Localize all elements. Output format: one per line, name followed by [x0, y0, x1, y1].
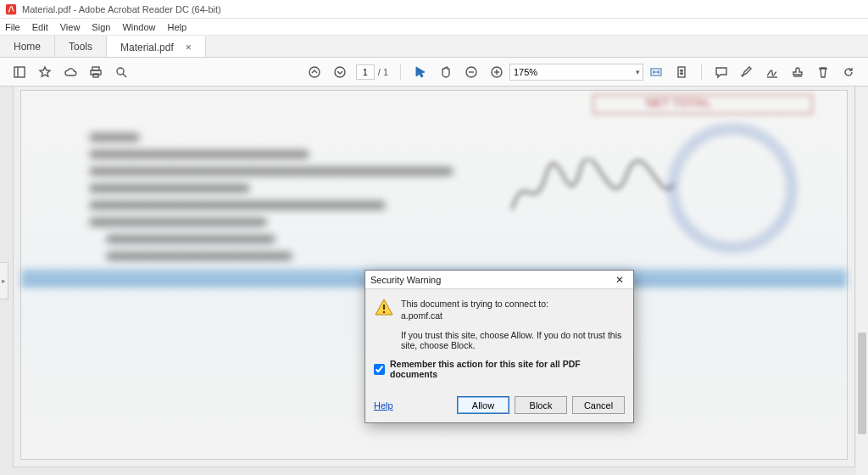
fit-page-button[interactable]	[672, 63, 691, 81]
rotate-button[interactable]	[839, 63, 858, 81]
dialog-trust-text: If you trust this site, choose Allow. If…	[401, 330, 625, 350]
delete-button[interactable]	[814, 63, 832, 81]
hand-tool-button[interactable]	[437, 63, 455, 81]
sidebar-expand-handle[interactable]: ▸	[0, 262, 8, 299]
dialog-title: Security Warning	[370, 275, 611, 285]
svg-point-6	[117, 68, 124, 75]
menu-view[interactable]: View	[60, 22, 81, 32]
svg-rect-1	[14, 67, 25, 77]
menu-bar: File Edit View Sign Window Help	[0, 19, 868, 36]
stamp-button[interactable]	[788, 63, 807, 81]
menu-sign[interactable]: Sign	[92, 22, 110, 32]
tab-home-label: Home	[14, 41, 41, 53]
tab-document[interactable]: Material.pdf ×	[107, 36, 206, 57]
page-number-input[interactable]	[356, 64, 375, 80]
doc-signature	[508, 159, 677, 226]
selection-tool-button[interactable]	[411, 63, 430, 81]
svg-rect-5	[93, 74, 98, 77]
svg-rect-0	[6, 3, 16, 14]
dialog-close-button[interactable]: ✕	[611, 274, 628, 286]
page-count: / 1	[378, 67, 388, 77]
page-up-button[interactable]	[305, 63, 324, 81]
search-button[interactable]	[112, 63, 131, 81]
tab-home[interactable]: Home	[0, 36, 55, 57]
allow-button[interactable]: Allow	[457, 396, 509, 414]
svg-rect-20	[383, 311, 385, 313]
scrollbar-thumb[interactable]	[858, 332, 866, 434]
menu-help[interactable]: Help	[168, 22, 187, 32]
window-title: Material.pdf - Adobe Acrobat Reader DC (…	[22, 4, 221, 14]
help-link[interactable]: Help	[374, 400, 393, 411]
svg-point-9	[335, 67, 345, 77]
warning-icon	[374, 298, 394, 318]
sign-button[interactable]	[763, 63, 782, 81]
svg-line-7	[123, 74, 126, 77]
cloud-button[interactable]	[61, 63, 80, 81]
zoom-in-button[interactable]	[487, 63, 506, 81]
remember-label: Remember this action for this site for a…	[390, 359, 625, 379]
menu-edit[interactable]: Edit	[32, 22, 48, 32]
highlight-button[interactable]	[737, 63, 756, 81]
block-button[interactable]: Block	[515, 396, 567, 414]
tab-bar: Home Tools Material.pdf ×	[0, 36, 868, 58]
acrobat-logo-icon	[5, 3, 17, 15]
page-down-button[interactable]	[331, 63, 349, 81]
menu-file[interactable]: File	[5, 22, 20, 32]
svg-rect-19	[383, 305, 385, 310]
fit-width-button[interactable]	[647, 63, 665, 81]
print-button[interactable]	[86, 63, 105, 81]
toolbar-divider	[400, 64, 401, 81]
zoom-select[interactable]	[509, 64, 643, 81]
zoom-out-button[interactable]	[462, 63, 481, 81]
vertical-scrollbar[interactable]	[856, 87, 868, 475]
remember-checkbox[interactable]	[374, 364, 385, 375]
tab-tools-label: Tools	[69, 41, 92, 53]
doc-total-box	[593, 94, 813, 115]
window-titlebar: Material.pdf - Adobe Acrobat Reader DC (…	[0, 0, 868, 19]
menu-window[interactable]: Window	[122, 22, 155, 32]
dialog-message: This document is trying to connect to:	[401, 299, 548, 309]
tab-tools[interactable]: Tools	[55, 36, 107, 57]
document-viewport: ▸ NET TOTAL Security Warnin	[0, 87, 868, 475]
security-warning-dialog: Security Warning ✕ This document is tryi…	[364, 270, 634, 423]
toolbar: / 1	[0, 58, 868, 87]
cancel-button[interactable]: Cancel	[572, 396, 625, 414]
comment-button[interactable]	[712, 63, 731, 81]
tab-close-icon[interactable]: ×	[186, 42, 192, 53]
sidebar-toggle-button[interactable]	[10, 63, 29, 81]
dialog-site: a.pomf.cat	[401, 310, 548, 321]
remember-checkbox-row[interactable]: Remember this action for this site for a…	[374, 359, 625, 379]
star-button[interactable]	[36, 63, 54, 81]
doc-stamp	[669, 125, 796, 252]
svg-point-8	[309, 67, 320, 77]
tab-document-label: Material.pdf	[120, 42, 174, 53]
toolbar-divider	[701, 64, 702, 81]
